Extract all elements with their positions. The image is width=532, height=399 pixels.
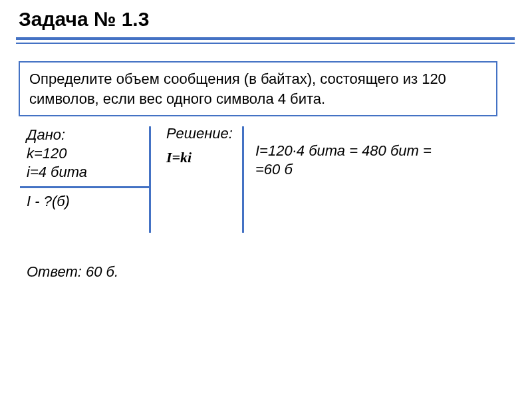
calculation-line-1: I=120·4 бита = 480 бит = [255, 142, 432, 160]
given-k: k=120 [27, 145, 67, 162]
problem-title: Задача № 1.3 [19, 8, 149, 31]
problem-statement-text: Определите объем сообщения (в байтах), с… [29, 70, 446, 107]
vertical-divider-1 [149, 126, 151, 233]
calculation-line-2: =60 б [255, 161, 293, 178]
given-i: i=4 бита [27, 164, 87, 181]
title-rule-thin [16, 43, 515, 44]
problem-statement-box: Определите объем сообщения (в байтах), с… [19, 61, 497, 116]
vertical-divider-2 [242, 126, 244, 233]
solution-formula: I=ki [166, 149, 192, 166]
title-rule-thick [16, 37, 515, 40]
solution-heading: Решение: [166, 125, 233, 142]
given-separator-line [20, 186, 150, 188]
given-find: I - ?(б) [27, 193, 70, 210]
answer-text: Ответ: 60 б. [27, 263, 118, 281]
given-heading: Дано: [27, 126, 65, 144]
